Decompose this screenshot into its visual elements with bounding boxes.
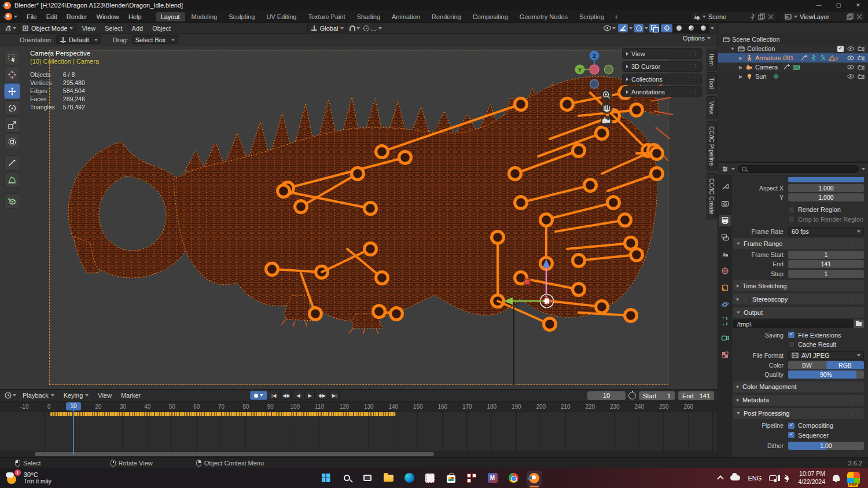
frame-step-field[interactable]: 1	[788, 270, 864, 278]
output-path-field[interactable]: /tmp\	[733, 320, 854, 328]
scrollbar-thumb[interactable]	[35, 452, 434, 456]
topbar-menu-item[interactable]: Help	[124, 13, 146, 20]
viewport-menu-item[interactable]: Add	[128, 25, 148, 32]
minimize-button[interactable]: —	[809, 0, 829, 10]
tab-physics[interactable]	[719, 299, 731, 310]
file-explorer-button[interactable]	[381, 471, 396, 486]
sidebar-tab[interactable]: CC/iC Create	[707, 173, 717, 219]
timeline-menu-marker[interactable]: Marker	[117, 392, 145, 399]
volume-icon[interactable]	[784, 475, 788, 481]
resolution-scale-slider-clipped[interactable]	[788, 177, 864, 182]
start-button[interactable]	[318, 471, 333, 486]
edge-browser-button[interactable]	[402, 471, 417, 486]
tool-add-primitive[interactable]	[4, 193, 20, 209]
hide-eye-icon[interactable]	[847, 64, 854, 71]
tab-object[interactable]	[719, 282, 731, 293]
aspect-x-field[interactable]: 1.000	[788, 184, 864, 192]
current-frame-field[interactable]: 10	[587, 391, 626, 400]
hide-eye-icon[interactable]	[847, 54, 854, 61]
show-gizmo-dropdown[interactable]	[602, 24, 617, 32]
disable-render-camera-icon[interactable]	[858, 45, 865, 52]
sidebar-tab[interactable]: CC/iC Pipeline	[707, 121, 717, 171]
timeline-menu-playback[interactable]: Playback	[19, 392, 58, 399]
prev-keyframe-button[interactable]: ◀◆	[280, 391, 292, 400]
file-format-dropdown[interactable]: AVI JPEG	[788, 351, 864, 360]
sidebar-tab[interactable]: Item	[707, 49, 717, 71]
shading-material-button[interactable]	[685, 24, 697, 32]
proportional-editing-toggle[interactable]	[362, 24, 383, 32]
timeline-menu-view[interactable]: View	[94, 392, 116, 399]
workspace-tab[interactable]: Compositing	[468, 12, 513, 21]
sidebar-tab[interactable]: View	[707, 96, 717, 120]
orientation-dropdown[interactable]: Global	[307, 24, 348, 32]
disclosure-triangle-icon[interactable]: ▶	[738, 56, 744, 61]
auto-keyframe-button[interactable]	[250, 391, 267, 400]
frame-start-field[interactable]: 1	[788, 251, 864, 259]
tray-expand-icon[interactable]	[718, 475, 724, 482]
search-button[interactable]	[339, 471, 354, 486]
options-button[interactable]: Options	[683, 35, 711, 42]
mode-dropdown[interactable]: Object Mode	[19, 24, 76, 32]
xray-toggle[interactable]	[649, 24, 659, 32]
viewlayer-selector[interactable]: ViewLayer	[782, 12, 866, 21]
tool-measure[interactable]	[4, 172, 20, 188]
close-icon[interactable]	[767, 13, 774, 20]
frame-range-section-header[interactable]: Frame Range⋮⋮	[733, 238, 864, 249]
disclosure-triangle-icon[interactable]: ▼	[730, 46, 735, 52]
timeline-menu-keying[interactable]: Keying	[60, 392, 93, 399]
copy-icon[interactable]	[847, 13, 854, 20]
copy-icon[interactable]	[758, 13, 765, 20]
timeline-editor-type-button[interactable]	[3, 391, 17, 400]
stereoscopy-section-header[interactable]: Stereoscopy⋮⋮	[733, 293, 864, 304]
sequencer-checkbox[interactable]: Sequencer	[788, 432, 864, 439]
onedrive-icon[interactable]	[730, 475, 740, 480]
tab-view-layer[interactable]	[719, 232, 731, 243]
shading-wireframe-button[interactable]	[661, 24, 672, 32]
task-view-button[interactable]	[360, 471, 375, 486]
disable-render-camera-icon[interactable]	[858, 73, 865, 80]
tab-render[interactable]	[719, 198, 731, 210]
color-bw-button[interactable]: BW	[788, 361, 826, 369]
navigation-gizmo[interactable]: Z Y	[564, 47, 628, 134]
viewport-3d[interactable]: Camera Perspective (10) Collection | Cam…	[0, 46, 718, 389]
play-reverse-button[interactable]: ◀	[293, 391, 303, 400]
tab-world[interactable]	[719, 265, 731, 277]
metadata-section-header[interactable]: Metadata⋮⋮	[733, 395, 864, 406]
dither-slider[interactable]: 1.00	[788, 442, 864, 450]
orientation-setting-dropdown[interactable]: Default	[56, 35, 101, 44]
close-button[interactable]: ✕	[848, 0, 868, 10]
viewport-menu-item[interactable]: View	[78, 25, 100, 32]
time-stretching-section-header[interactable]: Time Stretching	[733, 280, 864, 291]
file-extensions-checkbox[interactable]: File Extensions	[788, 332, 864, 339]
disable-render-camera-icon[interactable]	[858, 54, 865, 61]
workspace-tab[interactable]: Scripting	[574, 12, 609, 21]
hide-eye-icon[interactable]	[847, 73, 854, 80]
play-button[interactable]: ▶	[304, 391, 315, 400]
tab-texture[interactable]	[719, 349, 731, 361]
topbar-menu-item[interactable]: Window	[92, 13, 124, 20]
jump-to-start-button[interactable]: |◀	[269, 391, 279, 400]
color-management-section-header[interactable]: Color Management	[733, 381, 864, 392]
frame-end-field[interactable]: 141	[788, 260, 864, 268]
compositing-checkbox[interactable]: Compositing	[788, 422, 864, 429]
tool-annotate[interactable]	[4, 155, 20, 171]
snipping-tool-button[interactable]	[422, 471, 437, 486]
sidebar-tab[interactable]: Tool	[707, 72, 717, 94]
frame-end-pill[interactable]: End141	[678, 391, 714, 400]
aspect-y-field[interactable]: 1.000	[788, 193, 864, 201]
properties-search-input[interactable]	[738, 165, 859, 173]
output-section-header[interactable]: Output⋮⋮	[733, 307, 864, 318]
disclosure-triangle-icon[interactable]: ▶	[738, 74, 744, 79]
npanel-section-header[interactable]: Annotations ⋮⋮	[622, 86, 702, 97]
gizmos-toggle[interactable]	[618, 24, 628, 32]
frame-rate-dropdown[interactable]: 60 fps	[788, 227, 864, 236]
viewport-menu-item[interactable]: Select	[101, 25, 127, 32]
frame-start-pill[interactable]: Start1	[639, 391, 675, 400]
properties-editor-icon[interactable]	[722, 166, 729, 173]
tab-output[interactable]	[719, 215, 731, 226]
language-indicator[interactable]: ENG	[748, 475, 762, 482]
keyframe-strip[interactable]	[50, 412, 396, 416]
shading-rendered-button[interactable]	[697, 24, 709, 32]
tiles-app-button[interactable]	[464, 471, 479, 486]
npanel-section-header[interactable]: Collections ⋮⋮	[622, 74, 702, 85]
